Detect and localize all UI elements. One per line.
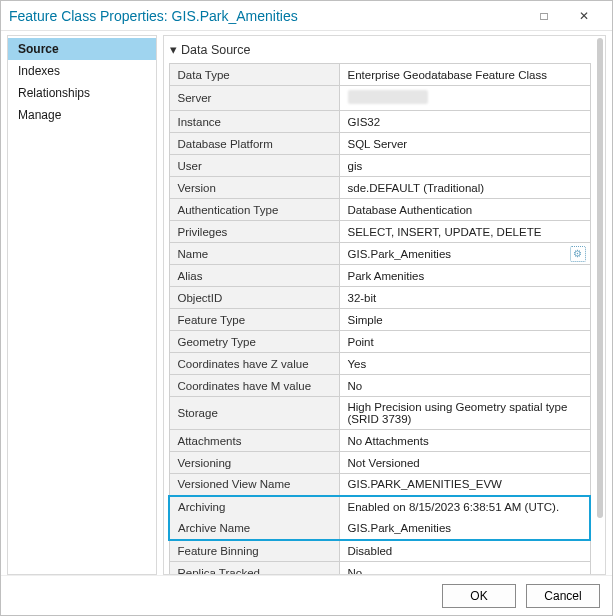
property-key: Privileges xyxy=(169,221,339,243)
property-value: Simple xyxy=(339,309,590,331)
property-key: Coordinates have M value xyxy=(169,375,339,397)
property-row: StorageHigh Precision using Geometry spa… xyxy=(169,397,590,430)
property-value: gis xyxy=(339,155,590,177)
property-value: GIS.PARK_AMENITIES_EVW xyxy=(339,474,590,496)
property-row: Geometry TypePoint xyxy=(169,331,590,353)
chevron-down-icon: ▾ xyxy=(170,42,177,57)
ok-button[interactable]: OK xyxy=(442,584,516,608)
scrollbar-thumb[interactable] xyxy=(597,38,603,518)
property-row: Archive NameGIS.Park_Amenities xyxy=(169,518,590,540)
property-row: Versioned View NameGIS.PARK_AMENITIES_EV… xyxy=(169,474,590,496)
property-value: Enabled on 8/15/2023 6:38:51 AM (UTC). xyxy=(339,496,590,518)
gear-icon[interactable]: ⚙ xyxy=(570,246,586,262)
property-value: High Precision using Geometry spatial ty… xyxy=(339,397,590,430)
property-row: AliasPark Amenities xyxy=(169,265,590,287)
redacted-value xyxy=(348,90,428,104)
property-key: Database Platform xyxy=(169,133,339,155)
sidebar: Source Indexes Relationships Manage xyxy=(7,35,157,575)
property-value: Enterprise Geodatabase Feature Class xyxy=(339,64,590,86)
property-key: ObjectID xyxy=(169,287,339,309)
property-row: Authentication TypeDatabase Authenticati… xyxy=(169,199,590,221)
property-row: Coordinates have M valueNo xyxy=(169,375,590,397)
property-key: Attachments xyxy=(169,430,339,452)
property-key: Archiving xyxy=(169,496,339,518)
property-row: Feature BinningDisabled xyxy=(169,540,590,562)
property-value: SELECT, INSERT, UPDATE, DELETE xyxy=(339,221,590,243)
property-row: VersioningNot Versioned xyxy=(169,452,590,474)
property-value: Yes xyxy=(339,353,590,375)
sidebar-item-source[interactable]: Source xyxy=(8,38,156,60)
window-title: Feature Class Properties: GIS.Park_Ameni… xyxy=(9,8,524,24)
property-value: GIS.Park_Amenities xyxy=(339,518,590,540)
property-value: Point xyxy=(339,331,590,353)
property-value: sde.DEFAULT (Traditional) xyxy=(339,177,590,199)
property-row: PrivilegesSELECT, INSERT, UPDATE, DELETE xyxy=(169,221,590,243)
property-value: Not Versioned xyxy=(339,452,590,474)
maximize-icon[interactable]: □ xyxy=(524,1,564,31)
property-key: Replica Tracked xyxy=(169,562,339,576)
content-panel: ▾ Data Source Data TypeEnterprise Geodat… xyxy=(163,35,606,575)
property-row: ArchivingEnabled on 8/15/2023 6:38:51 AM… xyxy=(169,496,590,518)
sidebar-item-manage[interactable]: Manage xyxy=(8,104,156,126)
close-icon[interactable]: ✕ xyxy=(564,1,604,31)
property-value: Disabled xyxy=(339,540,590,562)
property-row: NameGIS.Park_Amenities⚙ xyxy=(169,243,590,265)
property-row: InstanceGIS32 xyxy=(169,111,590,133)
property-row: Data TypeEnterprise Geodatabase Feature … xyxy=(169,64,590,86)
dialog-footer: OK Cancel xyxy=(1,575,612,615)
property-value: SQL Server xyxy=(339,133,590,155)
property-key: Name xyxy=(169,243,339,265)
property-key: User xyxy=(169,155,339,177)
property-key: Coordinates have Z value xyxy=(169,353,339,375)
dialog-window: Feature Class Properties: GIS.Park_Ameni… xyxy=(0,0,613,616)
property-value: No xyxy=(339,562,590,576)
cancel-button[interactable]: Cancel xyxy=(526,584,600,608)
property-row: Coordinates have Z valueYes xyxy=(169,353,590,375)
property-value: Park Amenities xyxy=(339,265,590,287)
property-row: AttachmentsNo Attachments xyxy=(169,430,590,452)
property-row: Feature TypeSimple xyxy=(169,309,590,331)
property-key: Server xyxy=(169,86,339,111)
property-key: Version xyxy=(169,177,339,199)
property-row: Server xyxy=(169,86,590,111)
property-key: Alias xyxy=(169,265,339,287)
property-value: GIS32 xyxy=(339,111,590,133)
property-key: Versioning xyxy=(169,452,339,474)
property-row: ObjectID32-bit xyxy=(169,287,590,309)
property-row: Versionsde.DEFAULT (Traditional) xyxy=(169,177,590,199)
property-key: Archive Name xyxy=(169,518,339,540)
property-key: Geometry Type xyxy=(169,331,339,353)
sidebar-item-indexes[interactable]: Indexes xyxy=(8,60,156,82)
property-value: 32-bit xyxy=(339,287,590,309)
property-value: No xyxy=(339,375,590,397)
property-row: Replica TrackedNo xyxy=(169,562,590,576)
property-key: Versioned View Name xyxy=(169,474,339,496)
property-row: Database PlatformSQL Server xyxy=(169,133,590,155)
property-row: Usergis xyxy=(169,155,590,177)
property-key: Feature Type xyxy=(169,309,339,331)
property-value: No Attachments xyxy=(339,430,590,452)
property-key: Authentication Type xyxy=(169,199,339,221)
property-key: Instance xyxy=(169,111,339,133)
section-title: Data Source xyxy=(181,43,250,57)
property-key: Storage xyxy=(169,397,339,430)
sidebar-item-relationships[interactable]: Relationships xyxy=(8,82,156,104)
properties-table: Data TypeEnterprise Geodatabase Feature … xyxy=(168,63,591,575)
property-key: Data Type xyxy=(169,64,339,86)
title-bar: Feature Class Properties: GIS.Park_Ameni… xyxy=(1,1,612,31)
section-header[interactable]: ▾ Data Source xyxy=(168,38,591,63)
property-value: Database Authentication xyxy=(339,199,590,221)
scrollbar[interactable] xyxy=(597,38,603,572)
property-value xyxy=(339,86,590,111)
property-key: Feature Binning xyxy=(169,540,339,562)
property-value: GIS.Park_Amenities⚙ xyxy=(339,243,590,265)
